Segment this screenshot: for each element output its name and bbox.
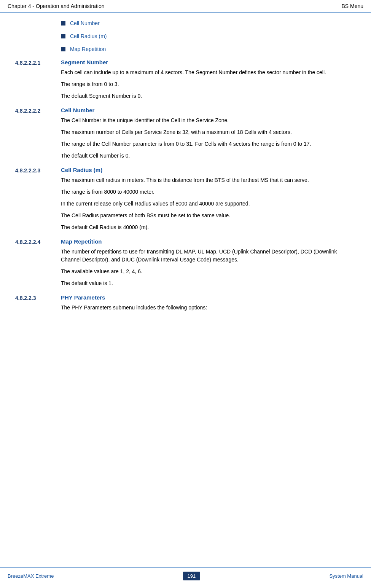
bullet-list: Cell NumberCell Radius (m)Map Repetition	[61, 20, 356, 52]
section-title: Map Repetition	[61, 238, 356, 245]
section-content: Map RepetitionThe number of repetitions …	[61, 238, 356, 291]
paragraph: The number of repetitions to use for tra…	[61, 248, 356, 264]
section-body: Each cell can include up to a maximum of…	[61, 69, 356, 100]
bullet-square-icon	[61, 47, 65, 51]
section: 4.8.2.2.2.1Segment NumberEach cell can i…	[15, 59, 356, 104]
section: 4.8.2.2.2.3Cell Radius (m)The maximum ce…	[15, 167, 356, 235]
section-number: 4.8.2.2.2.3	[15, 167, 61, 235]
bullet-item: Cell Number	[61, 20, 356, 26]
section-number: 4.8.2.2.3	[15, 294, 61, 316]
paragraph: The default Cell Number is 0.	[61, 152, 356, 160]
bullet-item: Map Repetition	[61, 46, 356, 52]
section-body: The PHY Parameters submenu includes the …	[61, 304, 356, 312]
bullet-square-icon	[61, 34, 65, 38]
section-number: 4.8.2.2.2.1	[15, 59, 61, 104]
paragraph: In the current release only Cell Radius …	[61, 200, 356, 208]
section-body: The Cell Number is the unique identifier…	[61, 116, 356, 160]
paragraph: The range is from 8000 to 40000 meter.	[61, 188, 356, 196]
paragraph: The Cell Number is the unique identifier…	[61, 116, 356, 124]
section-content: Segment NumberEach cell can include up t…	[61, 59, 356, 104]
bullet-item: Cell Radius (m)	[61, 33, 356, 39]
paragraph: The maximum cell radius in meters. This …	[61, 176, 356, 184]
section-title: Segment Number	[61, 59, 356, 65]
section-title: Cell Radius (m)	[61, 167, 356, 173]
bullet-label: Cell Radius (m)	[70, 33, 107, 39]
section-title: PHY Parameters	[61, 294, 356, 301]
bullet-square-icon	[61, 21, 65, 25]
paragraph: The Cell Radius parameters of both BSs m…	[61, 212, 356, 220]
paragraph: The default Cell Radius is 40000 (m).	[61, 223, 356, 231]
paragraph: The range of the Cell Number parameter i…	[61, 140, 356, 148]
page-footer: BreezeMAX Extreme 191 System Manual	[0, 567, 371, 584]
section-body: The number of repetitions to use for tra…	[61, 248, 356, 287]
paragraph: The maximum number of Cells per Service …	[61, 128, 356, 136]
section-body: The maximum cell radius in meters. This …	[61, 176, 356, 231]
paragraph: Each cell can include up to a maximum of…	[61, 69, 356, 76]
section-number: 4.8.2.2.2.2	[15, 107, 61, 164]
bullet-label: Cell Number	[70, 20, 100, 26]
section-title: Cell Number	[61, 107, 356, 113]
section: 4.8.2.2.2.4Map RepetitionThe number of r…	[15, 238, 356, 291]
footer-left: BreezeMAX Extreme	[8, 573, 54, 579]
section-number: 4.8.2.2.2.4	[15, 238, 61, 291]
footer-right: System Manual	[329, 573, 363, 579]
section: 4.8.2.2.3PHY ParametersThe PHY Parameter…	[15, 294, 356, 316]
page-header: Chapter 4 - Operation and Administration…	[0, 0, 371, 13]
section-content: Cell Radius (m)The maximum cell radius i…	[61, 167, 356, 235]
bullet-label: Map Repetition	[70, 46, 106, 52]
sections-container: 4.8.2.2.2.1Segment NumberEach cell can i…	[15, 59, 356, 316]
section-content: PHY ParametersThe PHY Parameters submenu…	[61, 294, 356, 316]
paragraph: The PHY Parameters submenu includes the …	[61, 304, 356, 312]
header-right: BS Menu	[341, 3, 363, 9]
page-number: 191	[183, 572, 201, 580]
header-left: Chapter 4 - Operation and Administration	[8, 3, 104, 9]
paragraph: The default Segment Number is 0.	[61, 92, 356, 100]
paragraph: The default value is 1.	[61, 279, 356, 287]
section: 4.8.2.2.2.2Cell NumberThe Cell Number is…	[15, 107, 356, 164]
paragraph: The range is from 0 to 3.	[61, 80, 356, 88]
paragraph: The available values are 1, 2, 4, 6.	[61, 268, 356, 276]
section-content: Cell NumberThe Cell Number is the unique…	[61, 107, 356, 164]
